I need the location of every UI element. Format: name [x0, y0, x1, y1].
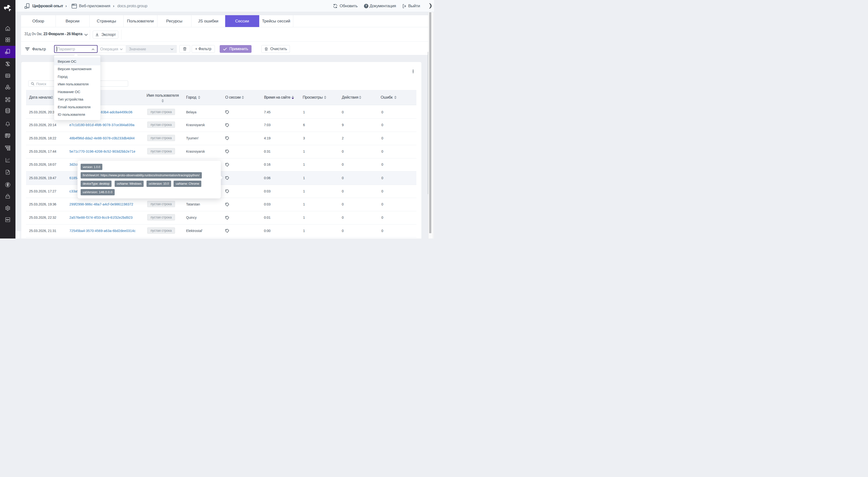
svg-text:?: ? — [365, 4, 367, 8]
